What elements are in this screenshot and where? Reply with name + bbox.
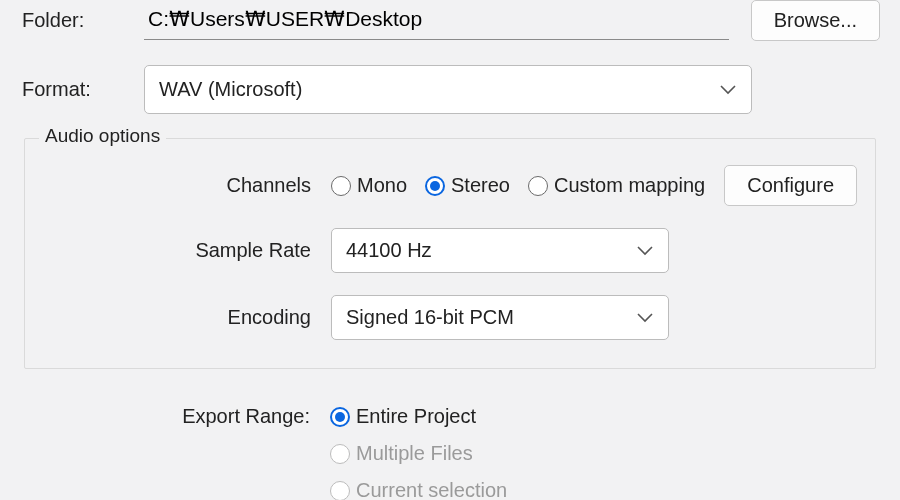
channels-mono-radio[interactable]: Mono [331,174,407,197]
format-label: Format: [20,78,144,101]
channels-custom-radio[interactable]: Custom mapping [528,174,705,197]
radio-icon [330,481,350,501]
encoding-row: Encoding Signed 16-bit PCM [43,295,857,340]
export-multiple-label: Multiple Files [356,442,473,465]
channels-radio-group: Mono Stereo Custom mapping [331,174,705,197]
export-range-section: Export Range: Entire Project Multiple Fi… [20,405,880,500]
sample-rate-label: Sample Rate [43,239,331,262]
radio-icon [330,444,350,464]
encoding-label: Encoding [43,306,331,329]
radio-icon [330,407,350,427]
sample-rate-value: 44100 Hz [331,228,669,273]
export-entire-label: Entire Project [356,405,476,428]
channels-stereo-label: Stereo [451,174,510,197]
audio-options-legend: Audio options [39,125,166,147]
export-range-row-entire: Export Range: Entire Project [20,405,880,428]
format-row: Format: WAV (Microsoft) [20,65,880,114]
export-range-row-current: Current selection [20,479,880,500]
radio-icon [425,176,445,196]
radio-icon [528,176,548,196]
sample-rate-row: Sample Rate 44100 Hz [43,228,857,273]
export-range-label: Export Range: [20,405,330,428]
configure-button[interactable]: Configure [724,165,857,206]
channels-label: Channels [43,174,331,197]
radio-icon [331,176,351,196]
channels-mono-label: Mono [357,174,407,197]
export-current-radio[interactable]: Current selection [330,479,507,500]
encoding-value: Signed 16-bit PCM [331,295,669,340]
export-entire-radio[interactable]: Entire Project [330,405,476,428]
encoding-select[interactable]: Signed 16-bit PCM [331,295,669,340]
audio-options-group: Audio options Channels Mono Stereo Custo… [24,138,876,369]
folder-input[interactable] [144,1,729,40]
format-select[interactable]: WAV (Microsoft) [144,65,752,114]
channels-stereo-radio[interactable]: Stereo [425,174,510,197]
sample-rate-select[interactable]: 44100 Hz [331,228,669,273]
channels-row: Channels Mono Stereo Custom mapping Conf… [43,165,857,206]
browse-button[interactable]: Browse... [751,0,880,41]
export-range-row-multiple: Multiple Files [20,442,880,465]
channels-custom-label: Custom mapping [554,174,705,197]
folder-label: Folder: [20,9,144,32]
folder-row: Folder: Browse... [20,0,880,41]
export-multiple-radio[interactable]: Multiple Files [330,442,473,465]
format-select-value: WAV (Microsoft) [144,65,752,114]
export-current-label: Current selection [356,479,507,500]
